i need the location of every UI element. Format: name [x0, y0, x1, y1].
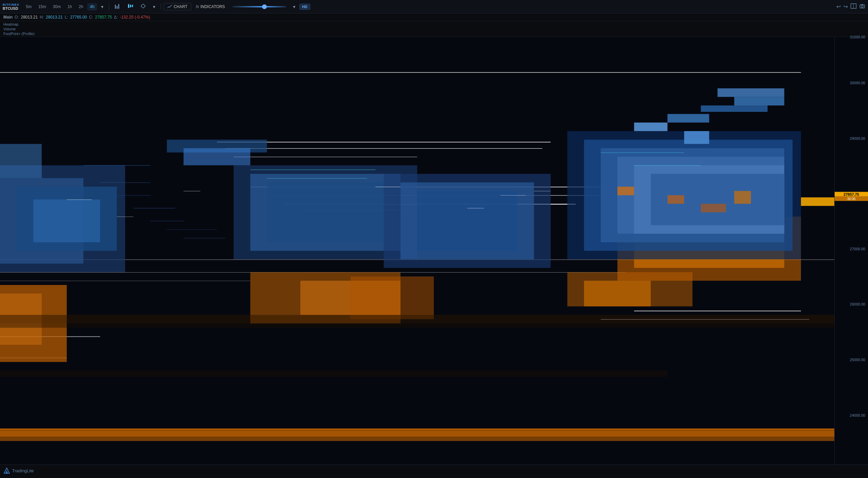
svg-rect-76	[117, 196, 150, 196]
svg-rect-86	[0, 323, 834, 328]
svg-rect-17	[862, 4, 863, 5]
timeframe-15m[interactable]: 15m	[36, 3, 49, 10]
timeframe-1h[interactable]: 1h	[65, 3, 74, 10]
svg-rect-78	[150, 221, 184, 221]
svg-rect-79	[167, 230, 217, 230]
svg-rect-41	[584, 280, 651, 306]
svg-rect-73	[534, 191, 551, 191]
panel-labels: Heatmap Volume FootPrint+ (Profile)	[0, 21, 868, 37]
svg-rect-71	[467, 208, 484, 209]
price-axis: 30000.00 29000.00 28000.00 27857.75 36:0…	[834, 37, 868, 465]
svg-rect-23	[234, 157, 417, 157]
bar-chart-button[interactable]	[112, 2, 123, 11]
slider-dropdown[interactable]: ▾	[290, 3, 298, 11]
layout-icon	[850, 3, 857, 9]
separator-1	[109, 3, 109, 10]
panel-heatmap: Heatmap	[3, 22, 865, 27]
svg-rect-30	[0, 280, 250, 281]
right-icons: ↩ ↪	[836, 3, 865, 10]
candle-chart-button[interactable]	[125, 2, 136, 11]
info-bar: Main O: 28013.21 H: 28013.21 L: 27765.00…	[0, 13, 868, 21]
separator-2	[161, 3, 161, 10]
svg-rect-68	[117, 217, 134, 217]
info-delta-value: -132.25 (-0.47%)	[120, 15, 150, 20]
info-l-value: 27765.00	[70, 15, 87, 20]
svg-rect-70	[376, 187, 401, 187]
chart-canvas[interactable]	[0, 37, 834, 465]
camera-icon	[859, 3, 865, 9]
timeframe-30m[interactable]: 30m	[50, 3, 63, 10]
crosshair-button[interactable]	[137, 2, 149, 11]
svg-rect-0	[115, 5, 116, 9]
indicators-button[interactable]: fx INDICATORS	[193, 3, 228, 10]
tradinglite-logo: TradingLite	[3, 467, 34, 474]
slider-thumb[interactable]	[262, 4, 267, 9]
bottom-orange-band	[0, 428, 834, 430]
svg-rect-19	[0, 430, 834, 437]
svg-point-16	[861, 5, 863, 7]
price-27000: 27000.00	[850, 247, 865, 251]
svg-rect-94	[717, 88, 784, 97]
main-chart[interactable]: 30000.00 29000.00 28000.00 27857.75 36:0…	[0, 37, 868, 465]
svg-rect-81	[617, 187, 634, 195]
svg-rect-56	[417, 191, 517, 251]
price-30000: 30000.00	[850, 81, 865, 85]
snapshot-button[interactable]	[859, 3, 865, 10]
svg-rect-84	[734, 191, 751, 204]
info-c-value: 27857.75	[95, 15, 112, 20]
tradinglite-icon	[3, 467, 10, 474]
timeframe-5m[interactable]: 5m	[23, 3, 34, 10]
tools-dropdown[interactable]: ▾	[150, 3, 158, 11]
candle-chart-icon	[127, 3, 133, 9]
svg-rect-74	[84, 166, 150, 166]
svg-rect-48	[0, 144, 42, 178]
svg-rect-63	[250, 170, 376, 170]
bottom-bar: TradingLite	[0, 465, 868, 476]
fx-icon: fx	[196, 4, 199, 9]
price-24000: 24000.00	[850, 413, 865, 417]
svg-rect-91	[668, 114, 709, 122]
price-31000: 31000.00	[850, 35, 865, 39]
svg-rect-64	[267, 178, 367, 179]
current-price-label: 27857.75	[835, 192, 868, 197]
tradinglite-name: TradingLite	[12, 468, 34, 473]
timeframe-2h[interactable]: 2h	[76, 3, 86, 10]
svg-rect-83	[701, 204, 726, 212]
exchange-label: BITFINEX	[3, 3, 19, 6]
indicators-label: INDICATORS	[200, 4, 225, 9]
svg-rect-77	[133, 208, 175, 209]
info-c-label: C:	[89, 15, 93, 20]
svg-rect-65	[600, 153, 684, 153]
timeframe-4h[interactable]: 4h	[87, 3, 97, 10]
svg-rect-1	[117, 6, 118, 9]
info-h-value: 28013.21	[46, 15, 63, 20]
timeframe-dropdown[interactable]: ▾	[98, 3, 106, 11]
layout-button[interactable]	[850, 3, 857, 10]
price-25000: 25000.00	[850, 358, 865, 362]
crosshair-icon	[140, 3, 146, 9]
svg-rect-39	[350, 276, 434, 319]
price-26000: 26000.00	[850, 302, 865, 306]
svg-rect-20	[0, 437, 834, 441]
undo-button[interactable]: ↩	[836, 3, 841, 10]
slider-container	[232, 6, 286, 7]
svg-rect-93	[734, 97, 784, 106]
svg-rect-87	[0, 370, 668, 377]
info-main-label: Main	[3, 15, 12, 20]
svg-rect-47	[33, 200, 100, 242]
panel-volume: Volume	[3, 27, 865, 31]
svg-rect-88	[801, 198, 834, 206]
redo-button[interactable]: ↪	[843, 3, 848, 10]
svg-rect-92	[701, 106, 768, 112]
svg-rect-53	[267, 182, 384, 242]
svg-rect-90	[634, 123, 668, 131]
slider-track[interactable]	[232, 6, 286, 7]
svg-rect-85	[0, 315, 834, 323]
svg-rect-22	[225, 148, 542, 149]
svg-rect-7	[132, 5, 133, 7]
svg-rect-89	[684, 131, 709, 144]
hd-badge[interactable]: HD	[300, 4, 310, 10]
info-o-value: 28013.21	[21, 15, 38, 20]
chart-button[interactable]: CHART	[164, 3, 191, 10]
panel-footprint: FootPrint+ (Profile)	[3, 31, 865, 36]
